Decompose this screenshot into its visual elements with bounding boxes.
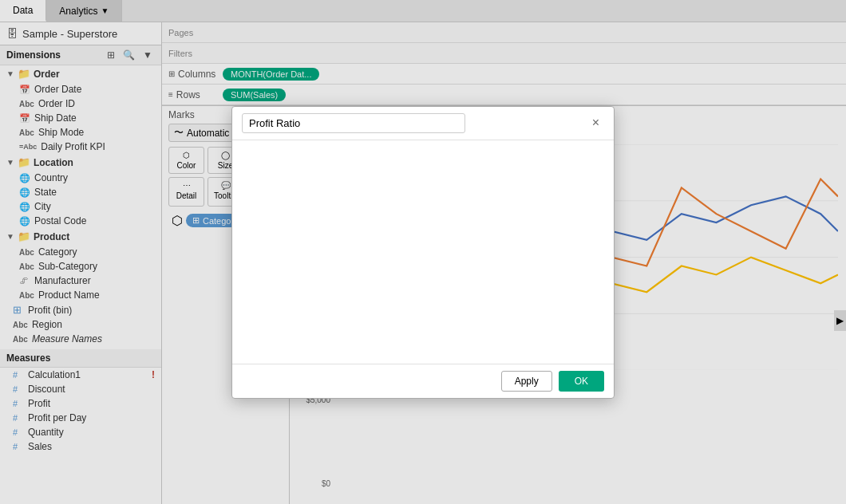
dialog-overlay: × Apply OK [0,0,846,504]
dialog-close-btn[interactable]: × [587,114,604,132]
ok-button[interactable]: OK [559,371,604,392]
dialog-title-input[interactable] [242,113,465,133]
dialog-body [232,140,614,364]
apply-label: Apply [515,376,539,387]
dialog-footer: Apply OK [232,364,614,398]
profit-ratio-dialog: × Apply OK [231,106,615,399]
ok-label: OK [575,376,588,387]
close-icon: × [592,116,599,129]
dialog-header: × [232,107,614,140]
apply-button[interactable]: Apply [501,371,552,392]
